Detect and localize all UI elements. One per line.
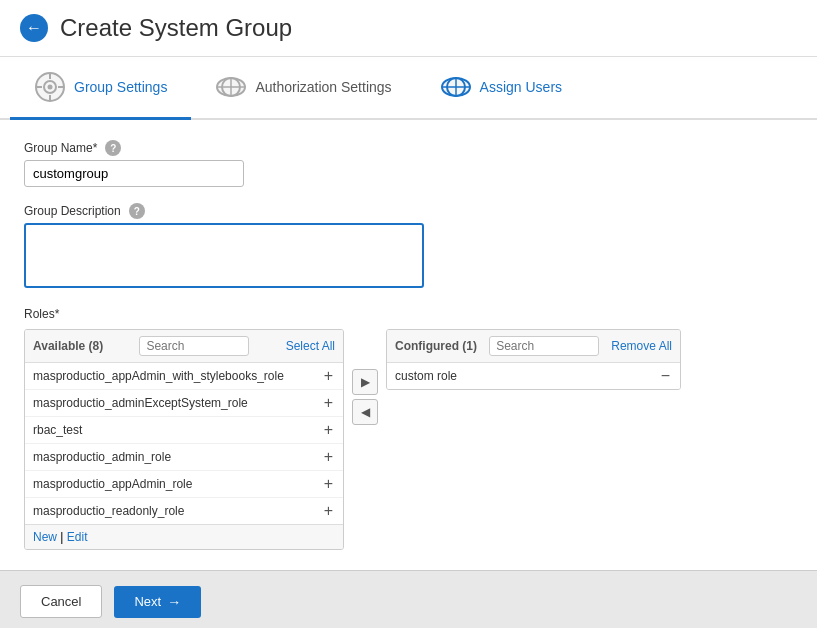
list-item: masproductio_readonly_role + (25, 498, 343, 524)
page-header: ← Create System Group (0, 0, 817, 57)
available-search-input[interactable] (139, 336, 249, 356)
roles-label: Roles* (24, 307, 793, 321)
add-role-button[interactable]: + (322, 368, 335, 384)
remove-all-button[interactable]: Remove All (611, 339, 672, 353)
list-item: masproductio_appAdmin_role + (25, 471, 343, 498)
list-item: rbac_test + (25, 417, 343, 444)
group-name-label: Group Name* ? (24, 140, 793, 156)
main-content: Group Name* ? Group Description ? Roles*… (0, 120, 817, 570)
available-panel-footer: New | Edit (25, 524, 343, 549)
role-name: masproductio_adminExceptSystem_role (33, 396, 248, 410)
cancel-button[interactable]: Cancel (20, 585, 102, 618)
configured-panel-header: Configured (1) Remove All (387, 330, 680, 363)
group-name-input[interactable] (24, 160, 244, 187)
list-item: masproductio_admin_role + (25, 444, 343, 471)
list-item: masproductio_adminExceptSystem_role + (25, 390, 343, 417)
new-role-link[interactable]: New (33, 530, 57, 544)
group-name-help-icon[interactable]: ? (105, 140, 121, 156)
transfer-buttons: ▶ ◀ (344, 369, 386, 425)
role-name: custom role (395, 369, 457, 383)
move-right-button[interactable]: ▶ (352, 369, 378, 395)
back-icon: ← (26, 19, 42, 37)
tab-assign-users[interactable]: Assign Users (416, 57, 586, 120)
configured-roles-list: custom role − (387, 363, 680, 389)
assign-users-icon (440, 71, 472, 103)
page-wrapper: ← Create System Group Group Settings (0, 0, 817, 628)
role-name: masproductio_appAdmin_role (33, 477, 192, 491)
tab-assign-users-label: Assign Users (480, 79, 562, 95)
role-name: masproductio_admin_role (33, 450, 171, 464)
configured-panel: Configured (1) Remove All custom role − (386, 329, 681, 390)
remove-role-button[interactable]: − (659, 368, 672, 384)
right-arrow-icon: ▶ (361, 375, 370, 389)
add-role-button[interactable]: + (322, 503, 335, 519)
footer-bar: Cancel Next → (0, 570, 817, 628)
list-item: masproductio_appAdmin_with_stylebooks_ro… (25, 363, 343, 390)
select-all-button[interactable]: Select All (286, 339, 335, 353)
tabs-bar: Group Settings Authorization Settings (0, 57, 817, 120)
role-name: masproductio_appAdmin_with_stylebooks_ro… (33, 369, 284, 383)
available-roles-list: masproductio_appAdmin_with_stylebooks_ro… (25, 363, 343, 524)
role-name: masproductio_readonly_role (33, 504, 184, 518)
group-description-help-icon[interactable]: ? (129, 203, 145, 219)
add-role-button[interactable]: + (322, 395, 335, 411)
next-button[interactable]: Next → (114, 586, 201, 618)
group-description-field-group: Group Description ? (24, 203, 793, 291)
tab-authorization-settings-label: Authorization Settings (255, 79, 391, 95)
list-item: custom role − (387, 363, 680, 389)
roles-container: Available (8) Select All masproductio_ap… (24, 329, 793, 550)
authorization-settings-icon (215, 71, 247, 103)
svg-point-2 (48, 85, 53, 90)
edit-role-link[interactable]: Edit (67, 530, 88, 544)
group-name-field-group: Group Name* ? (24, 140, 793, 187)
move-left-button[interactable]: ◀ (352, 399, 378, 425)
add-role-button[interactable]: + (322, 476, 335, 492)
next-arrow-icon: → (167, 594, 181, 610)
group-settings-icon (34, 71, 66, 103)
group-description-input[interactable] (24, 223, 424, 288)
available-panel-title: Available (8) (33, 339, 103, 353)
role-name: rbac_test (33, 423, 82, 437)
group-description-label: Group Description ? (24, 203, 793, 219)
page-title: Create System Group (60, 14, 292, 42)
available-panel-header: Available (8) Select All (25, 330, 343, 363)
tab-authorization-settings[interactable]: Authorization Settings (191, 57, 415, 120)
next-label: Next (134, 594, 161, 609)
available-panel: Available (8) Select All masproductio_ap… (24, 329, 344, 550)
configured-panel-title: Configured (1) (395, 339, 477, 353)
add-role-button[interactable]: + (322, 422, 335, 438)
back-button[interactable]: ← (20, 14, 48, 42)
configured-search-input[interactable] (489, 336, 599, 356)
tab-group-settings-label: Group Settings (74, 79, 167, 95)
left-arrow-icon: ◀ (361, 405, 370, 419)
add-role-button[interactable]: + (322, 449, 335, 465)
tab-group-settings[interactable]: Group Settings (10, 57, 191, 120)
roles-section: Roles* Available (8) Select All masprodu… (24, 307, 793, 550)
